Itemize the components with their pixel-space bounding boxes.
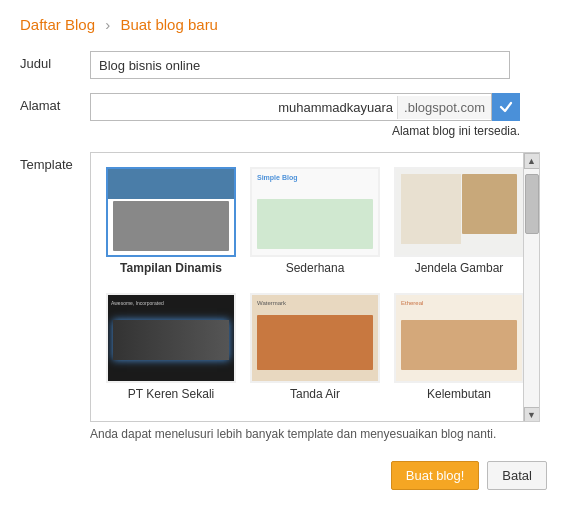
template-thumb-tanda bbox=[252, 295, 378, 381]
template-thumb-wrapper-tanda bbox=[250, 293, 380, 383]
title-field bbox=[90, 51, 547, 79]
template-name-jendela: Jendela Gambar bbox=[415, 261, 504, 275]
title-label: Judul bbox=[20, 51, 90, 71]
address-available-text: Alamat blog ini tersedia. bbox=[90, 124, 520, 138]
address-label: Alamat bbox=[20, 93, 90, 113]
cancel-button[interactable]: Batal bbox=[487, 461, 547, 490]
template-item-jendela[interactable]: Jendela Gambar bbox=[387, 161, 531, 287]
template-row: Template Tampilan Dinamis Sederhana bbox=[20, 152, 547, 441]
template-scrollbar: ▲ ▼ bbox=[523, 153, 539, 422]
template-thumb-wrapper-keren bbox=[106, 293, 236, 383]
template-name-sederhana: Sederhana bbox=[286, 261, 345, 275]
address-row: Alamat muhammadkayuara .blogspot.com Ala… bbox=[20, 93, 547, 138]
template-thumb-wrapper-jendela bbox=[394, 167, 524, 257]
template-name-dinamis: Tampilan Dinamis bbox=[120, 261, 222, 275]
address-value: muhammadkayuara bbox=[91, 96, 397, 119]
breadcrumb: Daftar Blog › Buat blog baru bbox=[20, 16, 547, 33]
template-item-lembut[interactable]: Kelembutan bbox=[387, 287, 531, 413]
template-item-tanda[interactable]: Tanda Air bbox=[243, 287, 387, 413]
template-thumb-wrapper-sederhana bbox=[250, 167, 380, 257]
scroll-up-button[interactable]: ▲ bbox=[524, 153, 540, 169]
template-label: Template bbox=[20, 152, 90, 172]
create-blog-button[interactable]: Buat blog! bbox=[391, 461, 480, 490]
template-name-lembut: Kelembutan bbox=[427, 387, 491, 401]
title-row: Judul bbox=[20, 51, 547, 79]
template-item-dinamis[interactable]: Tampilan Dinamis bbox=[99, 161, 243, 287]
template-name-tanda: Tanda Air bbox=[290, 387, 340, 401]
template-thumb-wrapper-lembut bbox=[394, 293, 524, 383]
template-grid: Tampilan Dinamis Sederhana Jendela Gamba… bbox=[91, 153, 539, 421]
template-thumb-sederhana bbox=[252, 169, 378, 255]
template-thumb-keren bbox=[108, 295, 234, 381]
template-thumb-dinamis bbox=[108, 169, 234, 255]
template-grid-wrapper: Tampilan Dinamis Sederhana Jendela Gamba… bbox=[90, 152, 547, 441]
breadcrumb-separator: › bbox=[105, 16, 110, 33]
template-thumb-lembut bbox=[396, 295, 522, 381]
checkmark-icon bbox=[499, 100, 513, 114]
breadcrumb-link[interactable]: Daftar Blog bbox=[20, 16, 95, 33]
template-thumb-jendela bbox=[396, 169, 522, 255]
scroll-track bbox=[524, 169, 540, 407]
breadcrumb-current: Buat blog baru bbox=[120, 16, 218, 33]
template-item-sederhana[interactable]: Sederhana bbox=[243, 161, 387, 287]
template-name-keren: PT Keren Sekali bbox=[128, 387, 215, 401]
address-check-button[interactable] bbox=[492, 93, 520, 121]
scroll-thumb[interactable] bbox=[525, 174, 539, 234]
template-help-text: Anda dapat menelusuri lebih banyak templ… bbox=[90, 427, 540, 441]
title-input[interactable] bbox=[90, 51, 510, 79]
address-suffix: .blogspot.com bbox=[397, 96, 491, 119]
footer-buttons: Buat blog! Batal bbox=[20, 461, 547, 490]
template-item-keren[interactable]: PT Keren Sekali bbox=[99, 287, 243, 413]
address-field: muhammadkayuara .blogspot.com Alamat blo… bbox=[90, 93, 547, 138]
scroll-down-button[interactable]: ▼ bbox=[524, 407, 540, 422]
template-grid-container: Tampilan Dinamis Sederhana Jendela Gamba… bbox=[90, 152, 540, 422]
template-thumb-wrapper-dinamis bbox=[106, 167, 236, 257]
